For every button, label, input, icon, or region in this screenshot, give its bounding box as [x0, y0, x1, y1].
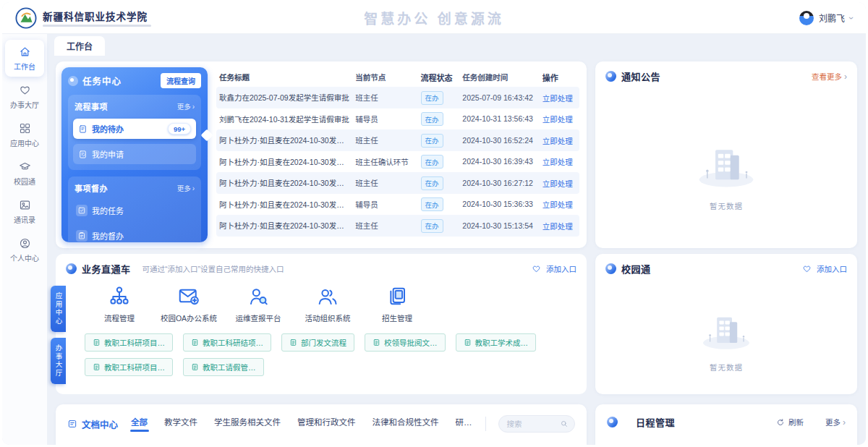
- empty-illustration: [684, 132, 768, 193]
- task-table: 任务标题 当前节点 流程状态 任务创建时间 操作 耿鑫力在2025-07-09发…: [216, 67, 579, 237]
- sidebar-item-app-center[interactable]: 应用中心: [5, 116, 44, 153]
- doc-tab-label: 管理和行政文件: [297, 418, 356, 427]
- refresh-icon: [776, 418, 785, 427]
- chevron-right-icon: ›: [192, 103, 195, 111]
- task-status-cell: 在办: [418, 133, 460, 148]
- sidebar-item-workbench[interactable]: 工作台: [5, 40, 44, 77]
- document-icon: [67, 419, 77, 429]
- sidebar-item-service-hall[interactable]: 办事大厅: [5, 78, 44, 115]
- table-header: 任务标题 当前节点 流程状态 任务创建时间 操作: [216, 67, 579, 87]
- doc-tabs: 全部 教学文件 学生服务相关文件 管理和行政文件 法律和合规性文件 研…: [131, 416, 472, 432]
- my-todo-item[interactable]: 我的待办 99+: [73, 119, 196, 139]
- my-supervision-item[interactable]: 我的督办: [73, 226, 196, 246]
- status-badge: 在办: [421, 112, 443, 126]
- notice-panel: 通知公告 查看更多 › 暂无数据: [595, 61, 857, 248]
- quick-link-button[interactable]: 校领导批阅文…: [365, 333, 446, 352]
- handle-now-link[interactable]: 立即处理: [542, 179, 573, 188]
- doc-tab[interactable]: 学生服务相关文件: [214, 416, 281, 432]
- business-express-card: 业务直通车 可通过“添加入口”设置自己常用的快捷入口 添加入口 应用中心 办事大…: [56, 254, 587, 394]
- express-icon: [66, 263, 77, 274]
- process-query-button[interactable]: 流程查询: [161, 73, 201, 88]
- search-input[interactable]: [505, 419, 560, 429]
- handle-now-link[interactable]: 立即处理: [542, 137, 573, 145]
- more-link[interactable]: 更多: [177, 101, 191, 111]
- app-label: 流程管理: [104, 312, 135, 323]
- app-label: 运维查报平台: [236, 312, 281, 323]
- app-campus-oa[interactable]: 校园OA办公系统: [154, 285, 224, 323]
- school-english-subtitle: [43, 25, 151, 27]
- more-link[interactable]: 更多: [177, 183, 191, 193]
- school-name-block: 新疆科信职业技术学院: [43, 9, 151, 27]
- sidebar-item-contacts[interactable]: 通讯录: [5, 193, 44, 230]
- task-status-cell: 在办: [418, 155, 460, 169]
- status-badge: 在办: [421, 134, 443, 148]
- vertical-tab-app-center[interactable]: 应用中心: [51, 286, 66, 332]
- quick-link-label: 教职工请假管…: [203, 362, 256, 372]
- tab-workbench[interactable]: 工作台: [54, 36, 105, 56]
- task-center-panel: 任务中心 流程查询 流程事项 更多 › 我的待办 99+: [61, 67, 208, 242]
- quick-link-button[interactable]: 部门发文流程: [281, 333, 354, 352]
- quick-link-button[interactable]: 教职工科研结项…: [183, 333, 271, 352]
- refresh-button[interactable]: 刷新: [776, 417, 804, 427]
- doc-tab[interactable]: 全部: [131, 416, 148, 432]
- table-row: 阿卜杜外力·如且麦在2024-10-30发起学生请假… 班主任 在办 2024-…: [216, 129, 579, 151]
- table-body: 耿鑫力在2025-07-09发起学生请假审批 班主任 在办 2025-07-09…: [216, 87, 579, 237]
- task-title: 阿卜杜外力·如且麦在2024-10-30发起学生请假…: [216, 220, 352, 231]
- schedule-card: 日程管理 刷新 更多 ›: [595, 404, 857, 445]
- quick-link-button[interactable]: 教职工科研项目…: [85, 333, 173, 352]
- view-more-label: 查看更多: [812, 71, 842, 82]
- my-applications-item[interactable]: 我的申请: [73, 144, 196, 164]
- app-process-management[interactable]: 流程管理: [85, 285, 154, 323]
- search-box[interactable]: [498, 415, 575, 433]
- task-time: 2024-10-30 15:13:54: [459, 221, 539, 230]
- handle-now-link[interactable]: 立即处理: [542, 200, 573, 209]
- document-icon: [464, 339, 472, 346]
- view-more-link[interactable]: 查看更多 ›: [812, 71, 847, 82]
- campus-icon: [605, 263, 616, 274]
- task-time: 2024-10-30 16:52:24: [459, 136, 539, 145]
- app-admissions[interactable]: 招生管理: [362, 285, 432, 323]
- empty-state: 暂无数据: [595, 280, 857, 394]
- user-name: 刘鹏飞: [819, 12, 845, 24]
- task-center-title: 任务中心: [82, 74, 122, 88]
- document-icon: [93, 339, 101, 346]
- schedule-title: 日程管理: [636, 415, 675, 429]
- app-activity-org[interactable]: 活动组织系统: [293, 285, 362, 323]
- user-menu[interactable]: 刘鹏飞 ›: [799, 11, 853, 25]
- notice-icon: [605, 71, 616, 82]
- item-label: 我的申请: [92, 148, 124, 160]
- home-icon: [19, 46, 31, 58]
- sidebar-item-campus[interactable]: 校园通: [5, 155, 44, 192]
- task-title: 阿卜杜外力·如且麦在2024-10-30发起学生请假…: [216, 156, 352, 167]
- document-icon: [93, 363, 101, 371]
- handle-now-link[interactable]: 立即处理: [542, 115, 573, 124]
- add-entry-link[interactable]: 添加入口: [802, 263, 847, 274]
- quick-link-button[interactable]: 教职工请假管…: [183, 358, 264, 376]
- app-shortcuts: 流程管理 校园OA办公系统 运维查报平台 活动组织系统 招生管理: [56, 282, 587, 323]
- task-action-cell: 立即处理: [540, 219, 579, 232]
- doc-tab[interactable]: 管理和行政文件: [297, 416, 356, 432]
- person-search-icon: [247, 285, 270, 308]
- quick-link-button[interactable]: 教职工科研项目…: [85, 358, 173, 376]
- handle-now-link[interactable]: 立即处理: [542, 158, 573, 166]
- app-ops-report[interactable]: 运维查报平台: [224, 285, 293, 323]
- doc-tab[interactable]: 法律和合规性文件: [373, 416, 439, 432]
- task-node: 班主任: [352, 177, 417, 188]
- heart-icon: [532, 264, 541, 273]
- handle-now-link[interactable]: 立即处理: [542, 94, 573, 103]
- my-tasks-item[interactable]: 我的任务: [73, 200, 196, 221]
- task-center-card: 任务中心 流程查询 流程事项 更多 › 我的待办 99+: [56, 61, 587, 248]
- quick-link-button[interactable]: 教职工学术成…: [456, 333, 537, 352]
- vertical-tab-service-hall[interactable]: 办事大厅: [51, 338, 66, 384]
- sidebar-item-personal-center[interactable]: 个人中心: [5, 231, 44, 268]
- doc-tab[interactable]: 教学文件: [164, 416, 197, 432]
- schedule-more-link[interactable]: 更多 ›: [825, 417, 846, 427]
- task-node: 班主任: [352, 135, 417, 145]
- add-entry-link[interactable]: 添加入口: [532, 263, 576, 274]
- document-icon: [191, 363, 199, 371]
- doc-tab-label: 全部: [131, 418, 148, 427]
- task-status-cell: 在办: [418, 112, 460, 127]
- group-title: 流程事项: [75, 101, 108, 112]
- doc-tab[interactable]: 研…: [456, 416, 472, 432]
- handle-now-link[interactable]: 立即处理: [542, 222, 573, 231]
